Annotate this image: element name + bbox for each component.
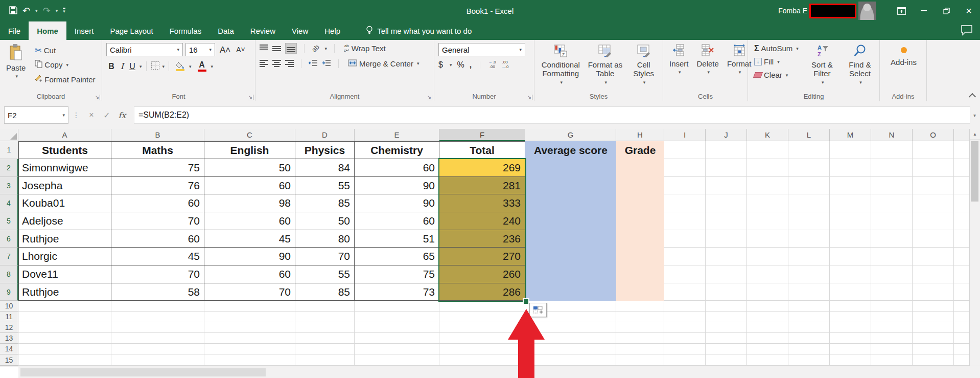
cell-I8[interactable] <box>664 265 706 283</box>
cell-N4[interactable] <box>871 194 913 212</box>
number-format-select[interactable]: General ▾ <box>438 43 525 56</box>
middle-align-icon[interactable] <box>272 45 281 52</box>
cell-N3[interactable] <box>871 177 913 194</box>
cell-L7[interactable] <box>788 248 830 265</box>
cell-L8[interactable] <box>788 265 830 283</box>
cell-K10[interactable] <box>747 301 788 312</box>
chevron-down-icon[interactable]: ▾ <box>162 64 165 69</box>
tab-file[interactable]: File <box>0 21 29 40</box>
cell-I5[interactable] <box>664 212 706 230</box>
cell-A3[interactable]: Josepha <box>18 177 111 194</box>
borders-icon[interactable] <box>151 61 160 72</box>
ribbon-display-options-icon[interactable] <box>890 0 913 21</box>
cell-K8[interactable] <box>747 265 788 283</box>
cell-K12[interactable] <box>747 322 788 333</box>
cell-F2[interactable]: 269 <box>439 159 525 177</box>
cell-C8[interactable]: 60 <box>204 265 295 283</box>
cell-O4[interactable] <box>913 194 954 212</box>
cell-N14[interactable] <box>871 344 913 354</box>
cell-O8[interactable] <box>913 265 954 283</box>
row-header-6[interactable]: 6 <box>0 230 18 248</box>
cell-C3[interactable]: 60 <box>204 177 295 194</box>
cell-C6[interactable]: 45 <box>204 230 295 248</box>
cell-H7[interactable] <box>616 248 664 265</box>
cell-L2[interactable] <box>788 159 830 177</box>
cell-I13[interactable] <box>664 333 706 344</box>
cell-G4[interactable] <box>525 194 616 212</box>
format-as-table-button[interactable]: Format as Table ▾ <box>586 43 625 86</box>
cell-N15[interactable] <box>871 354 913 366</box>
row-header-7[interactable]: 7 <box>0 248 18 265</box>
cell-I12[interactable] <box>664 322 706 333</box>
cell-G3[interactable] <box>525 177 616 194</box>
cell-K9[interactable] <box>747 283 788 301</box>
cell-D4[interactable]: 85 <box>295 194 355 212</box>
cell-H3[interactable] <box>616 177 664 194</box>
cell-M10[interactable] <box>830 301 871 312</box>
cell-E13[interactable] <box>355 333 439 344</box>
fill-color-button[interactable] <box>173 61 186 72</box>
tab-insert[interactable]: Insert <box>66 21 102 40</box>
fill-button[interactable]: ↓ Fill ▾ <box>752 56 801 67</box>
align-center-icon[interactable] <box>272 60 281 68</box>
chevron-down-icon[interactable]: ▾ <box>211 64 214 69</box>
cell-M12[interactable] <box>830 322 871 333</box>
cell-A7[interactable]: Lhorgic <box>18 248 111 265</box>
cell-x2[interactable] <box>954 159 970 177</box>
tab-review[interactable]: Review <box>242 21 284 40</box>
underline-button[interactable]: U <box>128 62 137 71</box>
cell-J6[interactable] <box>706 230 747 248</box>
row-header-12[interactable]: 12 <box>0 322 18 333</box>
cell-I14[interactable] <box>664 344 706 354</box>
cell-M13[interactable] <box>830 333 871 344</box>
cell-J4[interactable] <box>706 194 747 212</box>
cell-x9[interactable] <box>954 283 970 301</box>
cell-H6[interactable] <box>616 230 664 248</box>
cell-I7[interactable] <box>664 248 706 265</box>
cell-E4[interactable]: 90 <box>355 194 439 212</box>
cell-B11[interactable] <box>111 312 204 322</box>
decrease-font-size-icon[interactable]: A˅ <box>235 46 246 53</box>
cell-x14[interactable] <box>954 344 970 354</box>
column-header-C[interactable]: C <box>204 129 295 141</box>
column-header-A[interactable]: A <box>18 129 111 141</box>
row-header-10[interactable]: 10 <box>0 301 18 312</box>
cell-I11[interactable] <box>664 312 706 322</box>
cell-J13[interactable] <box>706 333 747 344</box>
cell-N12[interactable] <box>871 322 913 333</box>
alignment-dialog-launcher-icon[interactable]: ↘ <box>427 95 432 100</box>
collapse-ribbon-icon[interactable] <box>969 93 976 100</box>
cell-O13[interactable] <box>913 333 954 344</box>
close-button[interactable]: × <box>958 0 980 21</box>
cell-E5[interactable]: 60 <box>355 212 439 230</box>
cell-A11[interactable] <box>18 312 111 322</box>
cell-I1[interactable] <box>664 141 706 159</box>
increase-font-size-icon[interactable]: A˄ <box>218 46 232 54</box>
avatar[interactable] <box>858 2 876 20</box>
expand-formula-bar-icon[interactable]: ▾ <box>973 113 976 118</box>
row-header-9[interactable]: 9 <box>0 283 18 301</box>
align-right-icon[interactable] <box>285 60 294 68</box>
scroll-up-icon[interactable]: ▲ <box>970 129 980 140</box>
column-header-D[interactable]: D <box>295 129 355 141</box>
cell-A14[interactable] <box>18 344 111 354</box>
cell-B15[interactable] <box>111 354 204 366</box>
cell-x6[interactable] <box>954 230 970 248</box>
cell-E7[interactable]: 65 <box>355 248 439 265</box>
cell-H14[interactable] <box>616 344 664 354</box>
tab-formulas[interactable]: Formulas <box>161 21 210 40</box>
cell-L15[interactable] <box>788 354 830 366</box>
cell-F4[interactable]: 333 <box>439 194 525 212</box>
cell-C10[interactable] <box>204 301 295 312</box>
cell-B7[interactable]: 45 <box>111 248 204 265</box>
cell-B14[interactable] <box>111 344 204 354</box>
cell-O2[interactable] <box>913 159 954 177</box>
cell-E6[interactable]: 51 <box>355 230 439 248</box>
cell-O14[interactable] <box>913 344 954 354</box>
cell-H12[interactable] <box>616 322 664 333</box>
column-header-K[interactable]: K <box>747 129 788 141</box>
cell-L9[interactable] <box>788 283 830 301</box>
name-box[interactable]: F2 ▾ <box>4 106 68 124</box>
cancel-icon[interactable]: × <box>84 110 99 120</box>
cell-M5[interactable] <box>830 212 871 230</box>
